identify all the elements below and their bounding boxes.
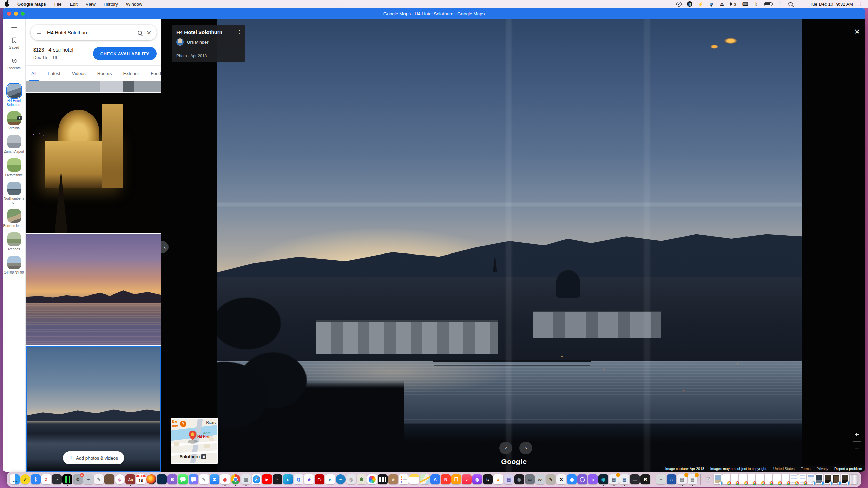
recent-place-northumberland[interactable]: Northumberland… xyxy=(3,182,25,205)
close-window-button[interactable] xyxy=(7,12,11,16)
search-box[interactable]: ← ✕ xyxy=(31,25,157,40)
hotel-dates[interactable]: Dec 15 – 16 xyxy=(33,55,73,60)
close-photo-icon[interactable]: ✕ xyxy=(854,28,860,36)
dock-item-voice-waves[interactable]: ||| xyxy=(588,474,598,484)
menu-history[interactable]: History xyxy=(104,2,118,7)
tab-videos[interactable]: Videos xyxy=(72,66,86,81)
dock-item-youtube[interactable]: ▶ xyxy=(262,474,272,484)
dock-item-gimp[interactable]: ✎ xyxy=(546,474,556,484)
terms-link[interactable]: Terms xyxy=(801,467,811,471)
bar-poi-icon[interactable]: Y xyxy=(180,421,186,427)
dock-item-bluetooth-app[interactable]: ᛒ xyxy=(31,474,41,484)
photo-thumbnail-river-panorama[interactable] xyxy=(26,234,161,345)
dock-item-minimized-doc[interactable] xyxy=(782,474,789,484)
search-input[interactable] xyxy=(47,30,133,35)
dock-item-openoffice[interactable]: ~ xyxy=(336,474,346,484)
dock-item-font-book[interactable]: AA xyxy=(535,474,545,484)
dock-item-zinio[interactable]: Z xyxy=(41,474,51,484)
dock-item-printer-queue-1[interactable]: ▤ xyxy=(677,474,687,484)
zoom-out-button[interactable]: − xyxy=(855,444,859,452)
dock-item-contacts[interactable]: ☻ xyxy=(388,474,398,484)
dock-item-notability[interactable]: ✎ xyxy=(199,474,209,484)
battery-icon[interactable] xyxy=(764,2,772,6)
mini-map[interactable]: Y Barnge Ritterq Aare H4 Hotel Solothurn… xyxy=(171,418,218,464)
dock-item-keychain[interactable]: ⌐ xyxy=(656,474,666,484)
dock-item-gauge-app[interactable]: ◔ xyxy=(52,474,62,484)
dock-item-transmit[interactable]: ▸ xyxy=(325,474,335,484)
dock-item-notes[interactable] xyxy=(409,474,419,484)
dock-item-rstudio[interactable]: R xyxy=(640,474,650,484)
dock-item-minimized-image[interactable] xyxy=(841,474,849,484)
recent-place-h4-hotel[interactable]: H4 Hotel Solothurn xyxy=(3,84,25,107)
dock-item-finder[interactable]: ‿ xyxy=(10,474,20,484)
dock-item-minimized-doc[interactable] xyxy=(773,474,781,484)
menu-clock[interactable]: Tue Dec 10 9:32 AM xyxy=(810,2,853,7)
avatar[interactable] xyxy=(176,38,184,46)
spotlight-icon[interactable] xyxy=(788,2,793,6)
dock-item-music[interactable]: ♪ xyxy=(462,474,472,484)
dock-item-user-archive[interactable] xyxy=(104,474,114,484)
menu-window[interactable]: Window xyxy=(126,2,142,7)
report-problem-link[interactable]: Report a problem xyxy=(834,467,862,471)
dock-item-video-camera-app[interactable]: ◉ xyxy=(567,474,577,484)
dock-item-books[interactable]: ❐ xyxy=(451,474,461,484)
dock-item-text-editor[interactable]: ✎ xyxy=(94,474,104,484)
dock-item-bbedit[interactable]: B xyxy=(167,474,177,484)
dock-item-webcam-app[interactable]: ◉ xyxy=(598,474,608,484)
dock-item-terminal[interactable]: >_ xyxy=(273,474,282,484)
recent-place-ny90[interactable]: 14408 NY-90 xyxy=(3,256,25,275)
recent-place-virginia[interactable]: 2 Virginia xyxy=(3,111,25,130)
menu-app-name[interactable]: Google Maps xyxy=(17,2,46,7)
tab-exterior[interactable]: Exterior xyxy=(123,66,139,81)
bluetooth-icon[interactable]: ᛒ xyxy=(754,1,759,7)
recent-place-zurich-airport[interactable]: Zurich Airport xyxy=(3,135,25,154)
check-availability-button[interactable]: CHECK AVAILABILITY xyxy=(93,47,157,60)
dock-item-missing-app[interactable]: ? xyxy=(703,474,713,484)
photo-author[interactable]: Urs Minder xyxy=(187,40,209,45)
minimize-window-button[interactable] xyxy=(14,12,18,16)
dock-item-chrome[interactable] xyxy=(231,474,240,484)
search-icon[interactable] xyxy=(138,30,142,35)
photo-thumbnail-partial[interactable] xyxy=(26,81,161,92)
dock-item-handbrake[interactable]: ✳ xyxy=(357,474,367,484)
tab-rooms[interactable]: Rooms xyxy=(97,66,112,81)
next-photo-button[interactable]: › xyxy=(519,442,532,454)
control-center-icon[interactable] xyxy=(798,2,804,6)
menu-file[interactable]: File xyxy=(54,2,62,7)
recent-place-oxfordshire[interactable]: Oxfordshire xyxy=(3,158,25,177)
dock-item-printer-fax[interactable]: ▤ xyxy=(619,474,629,484)
dock-item-podcasts[interactable]: ◍ xyxy=(472,474,482,484)
menu-overflow-icon[interactable]: ⋮ xyxy=(859,1,863,7)
signal-icon[interactable]: ᛉ xyxy=(777,1,783,7)
window-titlebar[interactable]: Google Maps - H4 Hotel Solothurn - Googl… xyxy=(3,8,865,19)
sidebar-item-saved[interactable]: Saved xyxy=(9,37,19,49)
dock-item-minimized-image[interactable] xyxy=(824,474,832,484)
dock-item-printer-queue-2[interactable]: ▤ xyxy=(688,474,697,484)
dock-item-calendar[interactable]: DEC10 xyxy=(136,474,146,484)
photo-thumbnail-cathedral-night[interactable] xyxy=(26,93,161,233)
dock-item-apple-tv[interactable]: tv xyxy=(483,474,493,484)
dock-item-messenger[interactable] xyxy=(189,474,198,484)
dock-item-photo-booth[interactable]: ▣ xyxy=(241,474,251,484)
dock-item-mail[interactable]: ✉ xyxy=(210,474,219,484)
volume-icon[interactable] xyxy=(730,1,736,7)
dock-item-home-app[interactable]: ⌂ xyxy=(667,474,676,484)
menu-edit[interactable]: Edit xyxy=(70,2,78,7)
sync-check-icon[interactable]: ✓ xyxy=(676,2,682,7)
dock-item-news[interactable]: N xyxy=(441,474,451,484)
dock-item-minimized-doc[interactable] xyxy=(739,474,747,484)
dock-item-minimized-sheet[interactable] xyxy=(790,474,798,484)
more-options-icon[interactable]: ⋮ xyxy=(237,29,242,34)
shortcuts-icon[interactable]: ⚡ xyxy=(698,1,703,7)
recent-place-rennes[interactable]: Rennes xyxy=(3,232,25,251)
dock-item-safari[interactable] xyxy=(252,474,261,484)
sidebar-item-recents[interactable]: Recents xyxy=(7,58,21,70)
dock-item-obs[interactable]: ◯ xyxy=(577,474,587,484)
dock-item-minimized-window[interactable] xyxy=(807,474,815,484)
dock-item-xquartz[interactable]: X xyxy=(556,474,566,484)
dock-item-filezilla[interactable]: Fz xyxy=(315,474,324,484)
app-circle-icon[interactable]: ||| xyxy=(687,1,692,7)
zoom-window-button[interactable] xyxy=(21,12,25,16)
recent-place-bormes[interactable]: Bormes-les-… xyxy=(3,209,25,228)
dock-item-minimized-photo[interactable] xyxy=(714,474,722,484)
